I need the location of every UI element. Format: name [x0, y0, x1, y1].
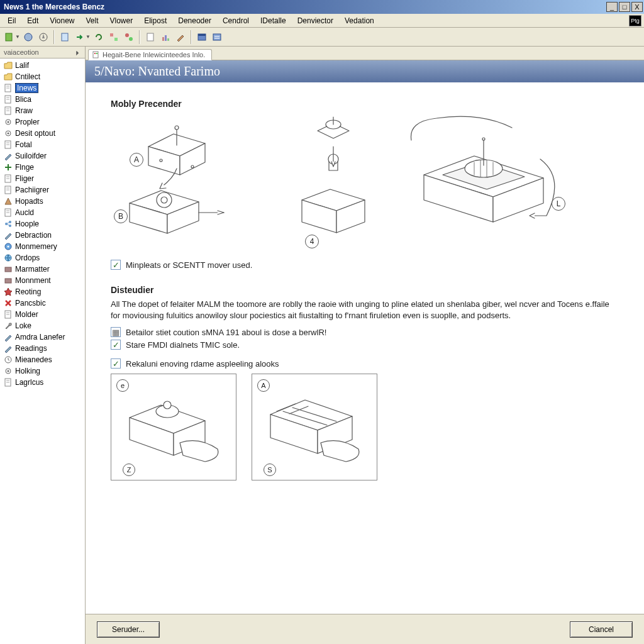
diagram-1: A B	[111, 115, 268, 253]
paragraph-1: All The dopet of felaiter MALM the toomo…	[111, 299, 619, 321]
tool-arrow-icon[interactable]	[73, 30, 87, 44]
svg-point-27	[8, 121, 9, 123]
sidebar-item-amdra-lanefer[interactable]: Amdra Lanefer	[0, 331, 85, 343]
tool-brush-icon[interactable]	[174, 30, 187, 44]
sidebar-item-label: Molder	[15, 310, 38, 319]
sidebar-item-fotal[interactable]: Fotal	[0, 139, 85, 150]
sidebar-item-ordops[interactable]: Ordops	[0, 252, 85, 264]
context-badge: Ptg	[629, 15, 641, 26]
menu-edit[interactable]: Edt	[22, 15, 43, 26]
menu-view[interactable]: Vionew	[45, 15, 79, 26]
sidebar-header[interactable]: vaiaceotion ⏵	[0, 47, 85, 58]
sidebar-item-flnge[interactable]: Flnge	[0, 162, 85, 173]
sidebar-item-marmatter[interactable]: Marmatter	[0, 264, 85, 275]
sidebar-item-pachiigrer[interactable]: Pachiigrer	[0, 184, 85, 196]
sender-button[interactable]: Seruder...	[97, 621, 160, 638]
tool-chart-icon[interactable]	[158, 30, 172, 44]
sidebar-item-label: Loke	[15, 321, 31, 330]
tool-refresh-icon[interactable]	[92, 30, 106, 44]
close-button[interactable]: X	[631, 2, 643, 12]
sidebar-item-pancsbic[interactable]: Pancsbic	[0, 297, 85, 309]
menu-cendrol[interactable]: Cendrol	[218, 15, 254, 26]
tool-globe-icon[interactable]	[21, 30, 35, 44]
doc-icon	[4, 174, 13, 183]
tool-shapes-icon[interactable]	[107, 30, 121, 44]
window-title: News 1 the Mercedes Bencz	[1, 3, 104, 11]
document-title: 5/Navo: Nvanted Farimo	[86, 60, 644, 82]
folder-icon	[4, 61, 13, 70]
svg-rect-49	[5, 279, 11, 283]
diagram-label-b: B	[114, 209, 128, 223]
sidebar-item-holking[interactable]: Holking	[0, 365, 85, 377]
menu-idetalle[interactable]: IDetalle	[255, 15, 291, 26]
tab-row: Hegait-Bene Inlewicinteedes Inlo.	[86, 47, 644, 60]
sidebar-item-desit-optout[interactable]: Desit optout	[0, 128, 85, 139]
menu-vedation[interactable]: Vedation	[340, 15, 379, 26]
sidebar-item-label: Hopadts	[15, 197, 43, 206]
tool-palette-icon[interactable]	[122, 30, 136, 44]
sidebar-item-debraction[interactable]: Debraction	[0, 230, 85, 241]
check-label-3: Rekaluni enoving rdame aspleeling alooks	[126, 359, 279, 369]
sidebar-item-loke[interactable]: Loke	[0, 320, 85, 331]
tool-compass-icon[interactable]	[36, 30, 50, 44]
collapse-icon[interactable]: ⏵	[75, 49, 81, 56]
menu-denviector[interactable]: Denviector	[292, 15, 338, 26]
tool-window-icon[interactable]	[195, 30, 209, 44]
sidebar-item-label: Pachiigrer	[15, 186, 49, 194]
svg-point-79	[482, 138, 485, 140]
maximize-button[interactable]: □	[619, 2, 630, 12]
sidebar-item-lagrlcus[interactable]: Lagrlcus	[0, 377, 85, 388]
sidebar-item-mieanedes[interactable]: Mieanedes	[0, 354, 85, 365]
minimize-button[interactable]: _	[606, 2, 618, 12]
tool-page-icon[interactable]	[143, 30, 157, 44]
sidebar-item-rraw[interactable]: Rraw	[0, 105, 85, 116]
diagram-label-4: 4	[305, 235, 319, 248]
sidebar-item-label: Marmatter	[15, 265, 50, 274]
svg-rect-4	[110, 33, 113, 36]
sidebar-item-molder[interactable]: Molder	[0, 309, 85, 320]
dropdown-arrow-icon[interactable]: ▼	[15, 34, 20, 40]
sidebar-item-hoople[interactable]: Hoople	[0, 218, 85, 230]
sidebar-item-cntilect[interactable]: Cntilect	[0, 71, 85, 82]
sidebar-item-propler[interactable]: Propler	[0, 116, 85, 128]
diagram-panel-left: e Z	[111, 374, 236, 480]
cancel-button[interactable]: Ciancel	[570, 621, 633, 638]
checkbox-2a[interactable]: ▦	[111, 327, 121, 337]
sidebar-item-label: Aucld	[15, 208, 34, 217]
checkbox-3[interactable]: ✓	[111, 358, 121, 369]
tool-new-icon[interactable]	[3, 30, 16, 44]
diagram-row-1: A B	[111, 115, 619, 253]
sidebar-item-lalif[interactable]: Lalif	[0, 60, 85, 71]
window-controls: _ □ X	[606, 2, 643, 12]
diagram-2: 4	[283, 115, 390, 253]
menu-vlower[interactable]: Vlower	[105, 15, 138, 26]
svg-rect-11	[167, 38, 169, 41]
dropdown-arrow-icon-2[interactable]: ▼	[86, 34, 91, 40]
menu-velt[interactable]: Velt	[81, 15, 104, 26]
sidebar-item-label: Ordops	[15, 253, 40, 262]
sidebar-item-monnment[interactable]: Monnment	[0, 275, 85, 286]
svg-rect-5	[114, 38, 118, 41]
sidebar-item-readings[interactable]: Readings	[0, 343, 85, 354]
sidebar-item-blica[interactable]: Blica	[0, 94, 85, 105]
sidebar-item-label: Reoting	[15, 287, 41, 296]
sidebar-item-reoting[interactable]: Reoting	[0, 286, 85, 297]
checkbox-1[interactable]: ✓	[111, 260, 121, 270]
sidebar-item-inews[interactable]: Inews	[0, 82, 85, 94]
tool-form-icon[interactable]	[210, 30, 224, 44]
tab-document[interactable]: Hegait-Bene Inlewicinteedes Inlo.	[88, 49, 212, 60]
checkbox-2b[interactable]: ✓	[111, 340, 121, 350]
sidebar-header-label: vaiaceotion	[4, 48, 39, 56]
menu-elipost[interactable]: Elipost	[139, 15, 172, 26]
sidebar-item-fliger[interactable]: Fliger	[0, 173, 85, 184]
sidebar-item-hopadts[interactable]: Hopadts	[0, 196, 85, 207]
menu-file[interactable]: Eil	[3, 15, 21, 26]
sidebar-item-aucld[interactable]: Aucld	[0, 207, 85, 218]
node-icon	[4, 219, 13, 228]
tool-doc-icon[interactable]	[58, 30, 72, 44]
doc-icon	[4, 378, 13, 387]
sidebar-item-suiloifder[interactable]: Suiloifder	[0, 150, 85, 162]
menu-deneoder[interactable]: Deneoder	[173, 15, 216, 26]
svg-rect-59	[93, 52, 98, 58]
sidebar-item-monmemery[interactable]: Monmemery	[0, 241, 85, 252]
